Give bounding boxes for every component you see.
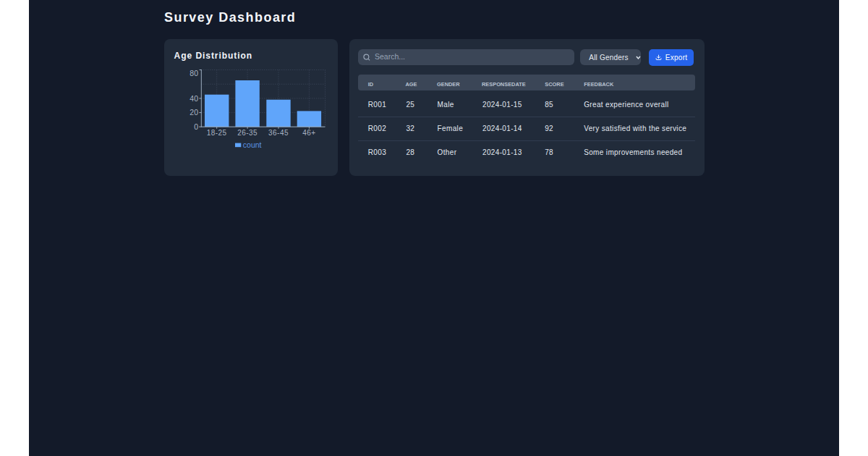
svg-text:80: 80 xyxy=(190,69,198,77)
svg-text:0: 0 xyxy=(194,122,198,131)
svg-text:20: 20 xyxy=(190,108,198,117)
svg-text:count: count xyxy=(243,140,262,149)
svg-text:36-45: 36-45 xyxy=(268,129,289,137)
svg-text:46+: 46+ xyxy=(302,129,315,137)
svg-text:26-35: 26-35 xyxy=(237,129,258,137)
svg-text:40: 40 xyxy=(190,94,198,103)
svg-text:18-25: 18-25 xyxy=(207,129,227,137)
